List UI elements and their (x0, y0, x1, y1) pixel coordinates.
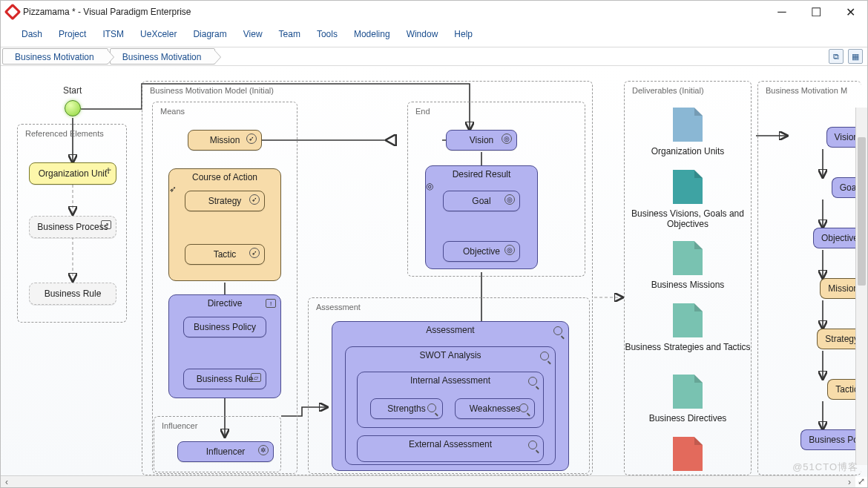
node-influencer[interactable]: Influencer ✲ (177, 441, 274, 462)
deliverable-label: Business Directives (621, 413, 754, 423)
group-title: End (415, 107, 430, 116)
node-label: Strategy (208, 196, 242, 206)
node-weaknesses[interactable]: Weaknesses (455, 398, 535, 419)
group-title: Assessment (316, 303, 361, 311)
container-title: Assessment (332, 322, 568, 337)
magnifier-icon (528, 377, 537, 386)
horizontal-scrollbar[interactable]: ‹ › (1, 475, 855, 487)
person-icon: ☥ (105, 166, 111, 176)
minimize-button[interactable]: ─ (765, 1, 799, 23)
menu-diagram[interactable]: Diagram (185, 26, 234, 42)
node-business-policy[interactable]: Business Policy (183, 317, 266, 337)
menu-bar: Dash Project ITSM UeXceler Diagram View … (1, 23, 867, 47)
node-organization-unit[interactable]: Organization Unit ☥ (29, 162, 116, 185)
deliverable-strategies[interactable]: Business Strategies and Tactics (621, 303, 754, 352)
node-strategy[interactable]: Strategy ➶ (185, 191, 265, 211)
breadcrumb: Business Motivation Business Motivation … (1, 47, 867, 66)
app-logo-icon (7, 6, 19, 18)
target-icon: ➶ (249, 248, 260, 258)
diagram-canvas-wrap: Start Referenced Elements Organization U… (1, 66, 867, 477)
node-label: Weaknesses (470, 403, 520, 414)
magnifier-icon (553, 326, 562, 335)
scroll-thumb[interactable] (858, 137, 866, 286)
container-title: Course of Action (169, 169, 280, 184)
document-icon (673, 375, 703, 409)
menu-dash[interactable]: Dash (14, 26, 50, 42)
scroll-track[interactable] (13, 476, 844, 487)
watermark: @51CTO博客 (792, 461, 858, 474)
scroll-right-icon[interactable]: › (844, 476, 855, 488)
vertical-scrollbar[interactable] (855, 108, 867, 465)
node-label: Vision (470, 135, 493, 145)
deliverable-directives[interactable]: Business Directives (621, 375, 754, 423)
node-business-process[interactable]: Business Process ↗ (29, 216, 116, 238)
menu-modeling[interactable]: Modeling (346, 26, 398, 42)
toolbar-panel-icon[interactable]: ▦ (848, 49, 863, 64)
menu-itsm[interactable]: ITSM (95, 26, 131, 42)
magnifier-icon (540, 352, 549, 360)
target-icon: ◎ (426, 181, 433, 191)
node-label: Business Process (37, 222, 108, 232)
toolbar-align-icon[interactable]: ⧉ (829, 49, 844, 64)
menu-window[interactable]: Window (399, 26, 446, 42)
deliverable-label: Business Visions, Goals and Objectives (621, 208, 754, 229)
node-mission[interactable]: Mission ➶ (188, 130, 262, 151)
doc-icon: ▱ (251, 373, 261, 382)
gear-icon: ✲ (258, 445, 269, 455)
magnifier-icon (427, 403, 436, 412)
node-label: Organization Unit (39, 168, 108, 179)
menu-team[interactable]: Team (272, 26, 308, 42)
group-title: Referenced Elements (25, 129, 104, 138)
container-external[interactable]: External Assessment (357, 435, 544, 462)
container-title: SWOT Analysis (346, 347, 555, 362)
menu-uexceler[interactable]: UeXceler (133, 26, 184, 42)
deliverable-extra[interactable] (621, 437, 754, 475)
window-title: Pizzamama * - Visual Paradigm Enterprise (23, 7, 765, 17)
deliverable-label: Business Missions (621, 280, 754, 290)
node-goal[interactable]: Goal ◎ (443, 191, 520, 211)
scroll-left-icon[interactable]: ‹ (1, 476, 13, 488)
node-tactic[interactable]: Tactic ➶ (185, 244, 265, 265)
node-business-rule[interactable]: Business Rule ▱ (183, 369, 266, 389)
node-label: Mission (210, 135, 240, 145)
diagram-canvas[interactable]: Start Referenced Elements Organization U… (1, 66, 867, 477)
node-label: Business Po (809, 435, 858, 445)
menu-project[interactable]: Project (51, 26, 93, 42)
node-label: Goal (472, 196, 490, 206)
container-title: Directive (169, 295, 280, 310)
start-node[interactable] (65, 100, 81, 116)
menu-help[interactable]: Help (447, 26, 480, 42)
node-label: Objective (821, 233, 858, 243)
breadcrumb-item-0[interactable]: Business Motivation (2, 48, 108, 65)
document-icon (673, 437, 703, 471)
node-vision[interactable]: Vision ◎ (446, 130, 517, 151)
node-label: Business Rule (197, 374, 254, 384)
title-bar: Pizzamama * - Visual Paradigm Enterprise… (1, 1, 867, 23)
deliverable-label: Organization Units (621, 146, 754, 156)
container-title: Desired Result (426, 166, 537, 181)
close-button[interactable]: ✕ (833, 1, 867, 23)
start-label: Start (63, 85, 82, 96)
deliverable-visions[interactable]: Business Visions, Goals and Objectives (621, 170, 754, 229)
resize-grip-icon[interactable]: ⤢ (855, 475, 867, 487)
breadcrumb-item-1[interactable]: Business Motivation (110, 48, 216, 65)
node-objective[interactable]: Objective ◎ (443, 241, 520, 262)
deliverable-label: Business Strategies and Tactics (621, 342, 754, 352)
target-icon: ◎ (504, 245, 515, 255)
node-strengths[interactable]: Strengths (370, 398, 443, 419)
node-label: Objective (463, 246, 500, 257)
group-title: Business Motivation Model (Initial) (150, 86, 274, 95)
node-label: Mission (828, 283, 858, 294)
target-icon: ➶ (249, 194, 260, 205)
menu-view[interactable]: View (236, 26, 270, 42)
deliverable-org-units[interactable]: Organization Units (621, 108, 754, 156)
container-title: Internal Assessment (358, 372, 543, 387)
node-business-rule-ref[interactable]: Business Rule (29, 283, 116, 305)
menu-tools[interactable]: Tools (309, 26, 345, 42)
maximize-button[interactable]: ☐ (799, 1, 833, 23)
deliverable-missions[interactable]: Business Missions (621, 241, 754, 290)
link-icon: ↗ (101, 220, 111, 229)
target-icon: ➶ (246, 133, 257, 144)
document-icon (673, 108, 703, 142)
node-label: Strengths (387, 403, 425, 414)
